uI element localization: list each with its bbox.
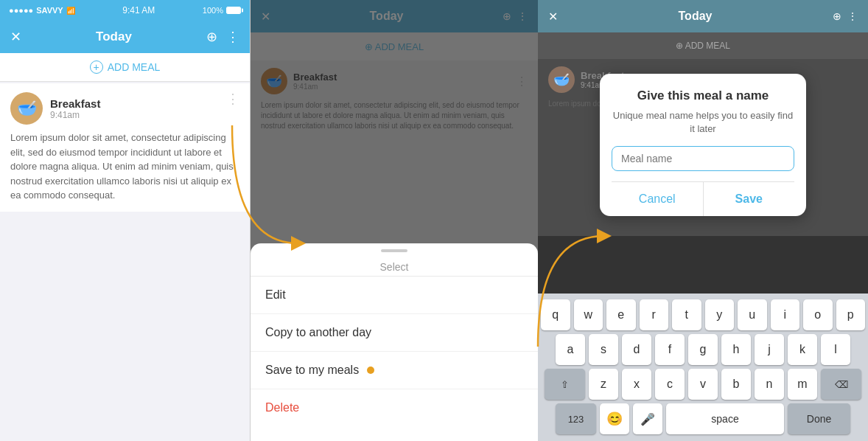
dialog: Give this meal a name Unique meal name h… xyxy=(600,74,806,216)
key-y[interactable]: y xyxy=(705,299,735,330)
dialog-buttons: Cancel Save xyxy=(612,181,794,216)
cancel-button[interactable]: Cancel xyxy=(612,182,703,216)
mini-addmeal-label-3: ⊕ ADD MEAL xyxy=(676,41,730,51)
signal-dots: ●●●●● xyxy=(9,6,33,15)
arrow-1 xyxy=(217,111,313,258)
keyboard-row-4: 123 😊 🎤 space Done xyxy=(541,403,865,434)
mic-key[interactable]: 🎤 xyxy=(633,403,662,434)
clock: 9:41 AM xyxy=(122,5,155,15)
save-button[interactable]: Save xyxy=(704,182,795,216)
mini-addmeal-3: ⊕ ADD MEAL xyxy=(538,32,868,59)
key-n[interactable]: n xyxy=(755,369,784,400)
delete-key[interactable]: ⌫ xyxy=(821,369,861,400)
panel-3: ✕ Today ⊕ ⋮ ⊕ ADD MEAL 🥣 Breakfast 9:41a… xyxy=(538,0,868,441)
sheet-handle xyxy=(381,249,407,252)
meal-card-left: 🥣 Breakfast 9:41am xyxy=(10,92,100,125)
action-copy[interactable]: Copy to another day xyxy=(251,314,538,352)
sheet-title: Select xyxy=(251,255,538,277)
action-save-meals[interactable]: Save to my meals xyxy=(251,352,538,389)
key-c[interactable]: c xyxy=(655,369,685,400)
panel-1: ●●●●● SAVVY 📶 9:41 AM 100% ✕ Today ⊕ ⋮ +… xyxy=(0,0,251,441)
mini-close-icon-3: ✕ xyxy=(548,10,558,24)
key-x[interactable]: x xyxy=(622,369,651,400)
meal-time: 9:41am xyxy=(50,110,100,120)
key-l[interactable]: l xyxy=(821,334,850,365)
arrow-2 xyxy=(523,221,619,369)
key-b[interactable]: b xyxy=(721,369,751,400)
mini-title-3: Today xyxy=(679,10,713,23)
shift-key[interactable]: ⇧ xyxy=(545,369,585,400)
add-meal-bar: + ADD MEAL xyxy=(0,53,250,82)
key-f[interactable]: f xyxy=(655,334,685,365)
meal-card-header: 🥣 Breakfast 9:41am ⋮ xyxy=(10,92,239,125)
meal-more-button[interactable]: ⋮ xyxy=(226,92,239,105)
numbers-key[interactable]: 123 xyxy=(556,403,596,434)
more-icon[interactable]: ⋮ xyxy=(226,29,239,45)
action-edit[interactable]: Edit xyxy=(251,277,538,314)
mini-avatar-3: 🥣 xyxy=(548,66,575,93)
done-key[interactable]: Done xyxy=(788,403,850,434)
meal-card: 🥣 Breakfast 9:41am ⋮ Lorem ipsum dolor s… xyxy=(0,83,250,212)
add-icon[interactable]: ⊕ xyxy=(206,29,217,45)
battery-percent: 100% xyxy=(203,6,223,15)
wifi-icon: 📶 xyxy=(66,7,75,15)
meal-avatar: 🥣 xyxy=(10,92,43,125)
action-delete[interactable]: Delete xyxy=(251,389,538,426)
key-v[interactable]: v xyxy=(688,369,718,400)
meal-name: Breakfast xyxy=(50,97,100,110)
meal-name-input[interactable] xyxy=(612,146,794,171)
carrier-name: SAVVY xyxy=(36,6,63,15)
mini-more-icon-3: ⋮ xyxy=(847,10,858,22)
save-meals-label: Save to my meals xyxy=(265,364,359,376)
dot-indicator xyxy=(367,367,374,374)
status-bar-left: ●●●●● SAVVY 📶 xyxy=(9,6,75,15)
nav-bar: ✕ Today ⊕ ⋮ xyxy=(0,21,250,53)
key-m[interactable]: m xyxy=(788,369,817,400)
meal-description: Lorem ipsum dolor sit amet, consectetur … xyxy=(10,131,239,203)
keyboard-row-3: ⇧ z x c v b n m ⌫ xyxy=(541,369,865,400)
add-meal-label: ADD MEAL xyxy=(108,61,161,73)
close-icon[interactable]: ✕ xyxy=(10,29,21,45)
key-o[interactable]: o xyxy=(803,299,833,330)
key-d[interactable]: d xyxy=(622,334,651,365)
emoji-key[interactable]: 😊 xyxy=(600,403,629,434)
key-k[interactable]: k xyxy=(788,334,817,365)
mini-nav-icons-3: ⊕ ⋮ xyxy=(833,10,858,22)
status-bar-right: 100% xyxy=(203,6,241,15)
dialog-subtitle: Unique meal name helps you to easily fin… xyxy=(612,109,794,136)
key-i[interactable]: i xyxy=(771,299,800,330)
avatar-emoji: 🥣 xyxy=(17,99,37,118)
key-g[interactable]: g xyxy=(688,334,718,365)
key-j[interactable]: j xyxy=(755,334,784,365)
key-u[interactable]: u xyxy=(738,299,767,330)
dialog-title: Give this meal a name xyxy=(612,88,794,103)
add-meal-button[interactable]: + ADD MEAL xyxy=(90,60,161,74)
status-bar: ●●●●● SAVVY 📶 9:41 AM 100% xyxy=(0,0,250,21)
meal-info: Breakfast 9:41am xyxy=(50,97,100,120)
nav-title: Today xyxy=(96,29,132,44)
battery-icon xyxy=(226,7,241,14)
mini-nav-3: ✕ Today ⊕ ⋮ xyxy=(538,0,868,32)
key-h[interactable]: h xyxy=(721,334,751,365)
space-key[interactable]: space xyxy=(666,403,784,434)
action-sheet: Select Edit Copy to another day Save to … xyxy=(251,243,538,441)
key-z[interactable]: z xyxy=(589,369,618,400)
key-p[interactable]: p xyxy=(836,299,866,330)
key-t[interactable]: t xyxy=(672,299,701,330)
add-meal-circle-icon: + xyxy=(90,60,103,74)
mini-add-icon-3: ⊕ xyxy=(833,10,841,22)
nav-icons-right: ⊕ ⋮ xyxy=(206,29,239,45)
battery-fill xyxy=(227,7,240,13)
key-r[interactable]: r xyxy=(640,299,669,330)
